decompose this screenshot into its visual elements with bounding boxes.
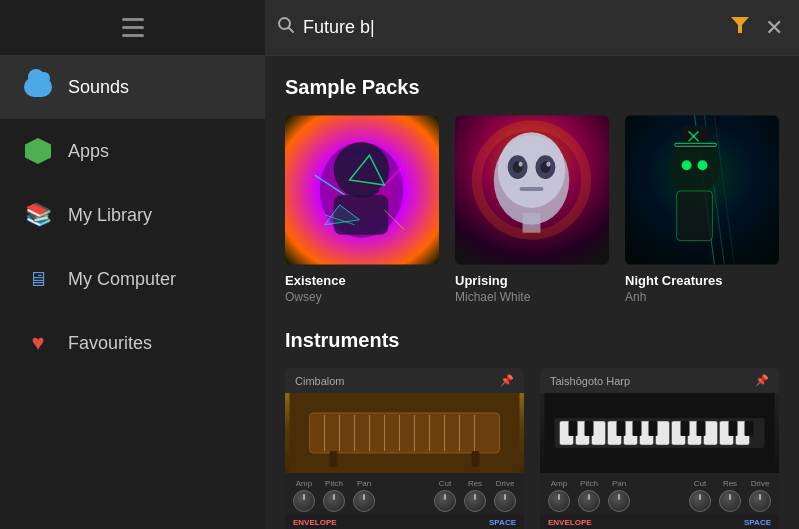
pack-image-uprising — [455, 115, 609, 265]
pack-name-nightcreatures: Night Creatures — [625, 273, 779, 290]
svg-rect-73 — [649, 421, 658, 436]
sidebar-item-sounds[interactable]: Sounds — [0, 55, 265, 119]
sidebar-item-my-computer[interactable]: 🖥 My Computer — [0, 247, 265, 311]
sample-packs-grid: Existence Owsey — [285, 115, 779, 305]
close-button[interactable]: ✕ — [761, 11, 787, 45]
pack-name-uprising: Uprising — [455, 273, 609, 290]
svg-point-20 — [519, 162, 523, 167]
instrument-card-taishogoto[interactable]: Taishōgoto Harp 📌 — [540, 368, 779, 529]
pack-image-existence — [285, 115, 439, 265]
svg-marker-2 — [731, 17, 749, 33]
instrument-card-cimbalom[interactable]: Cimbalom 📌 — [285, 368, 524, 529]
svg-rect-76 — [729, 421, 738, 436]
filter-button[interactable] — [727, 13, 753, 42]
svg-rect-22 — [520, 187, 544, 191]
sidebar-label-favourites: Favourites — [68, 333, 152, 354]
cimbalom-pin-icon: 📌 — [500, 374, 514, 387]
svg-point-5 — [334, 142, 390, 198]
content-area: Sample Packs — [265, 56, 799, 529]
svg-rect-70 — [585, 421, 594, 436]
svg-line-1 — [289, 28, 294, 33]
cimbalom-name: Cimbalom — [295, 375, 345, 387]
search-icon — [277, 16, 295, 39]
search-input[interactable] — [303, 17, 719, 38]
books-icon: 📚 — [24, 201, 52, 229]
svg-rect-77 — [745, 421, 754, 436]
cimbalom-header: Cimbalom 📌 — [285, 368, 524, 393]
svg-point-34 — [698, 160, 708, 170]
svg-rect-72 — [633, 421, 642, 436]
instruments-grid: Cimbalom 📌 — [285, 368, 779, 529]
pack-image-nightcreatures — [625, 115, 779, 265]
sidebar-header — [0, 8, 265, 55]
sidebar-label-my-computer: My Computer — [68, 269, 176, 290]
pack-card-nightcreatures[interactable]: Night Creatures Anh — [625, 115, 779, 305]
hamburger-menu[interactable] — [122, 18, 144, 37]
cimbalom-image — [285, 393, 524, 473]
svg-rect-37 — [677, 191, 713, 241]
instruments-title: Instruments — [285, 329, 779, 352]
svg-rect-66 — [704, 421, 718, 445]
svg-rect-69 — [569, 421, 578, 436]
svg-rect-74 — [681, 421, 690, 436]
svg-rect-40 — [310, 413, 500, 453]
pack-artist-nightcreatures: Anh — [625, 290, 779, 306]
svg-rect-63 — [656, 421, 670, 445]
svg-rect-54 — [472, 451, 480, 467]
svg-rect-31 — [683, 125, 709, 147]
sidebar-label-sounds: Sounds — [68, 77, 129, 98]
svg-rect-59 — [592, 421, 606, 445]
svg-point-33 — [682, 160, 692, 170]
pack-name-existence: Existence — [285, 273, 439, 290]
svg-rect-53 — [330, 451, 338, 467]
pack-card-existence[interactable]: Existence Owsey — [285, 115, 439, 305]
pack-artist-uprising: Michael White — [455, 290, 609, 306]
sample-packs-title: Sample Packs — [285, 76, 779, 99]
taishogoto-image — [540, 393, 779, 473]
sidebar-label-my-library: My Library — [68, 205, 152, 226]
taishogoto-name: Taishōgoto Harp — [550, 375, 630, 387]
svg-point-15 — [498, 132, 566, 208]
search-bar: ✕ — [265, 0, 799, 56]
heart-icon: ♥ — [24, 329, 52, 357]
sidebar-item-my-library[interactable]: 📚 My Library — [0, 183, 265, 247]
svg-rect-71 — [617, 421, 626, 436]
sidebar-item-apps[interactable]: Apps — [0, 119, 265, 183]
computer-icon: 🖥 — [24, 265, 52, 293]
taishogoto-header: Taishōgoto Harp 📌 — [540, 368, 779, 393]
sidebar-label-apps: Apps — [68, 141, 109, 162]
sidebar: Sounds Apps 📚 My Library 🖥 My Computer ♥… — [0, 0, 265, 529]
svg-rect-75 — [697, 421, 706, 436]
svg-point-21 — [546, 162, 550, 167]
pack-artist-existence: Owsey — [285, 290, 439, 306]
taishogoto-pin-icon: 📌 — [755, 374, 769, 387]
main-panel: ✕ Sample Packs — [265, 0, 799, 529]
pack-card-uprising[interactable]: Uprising Michael White — [455, 115, 609, 305]
sidebar-item-favourites[interactable]: ♥ Favourites — [0, 311, 265, 375]
hexagon-icon — [24, 137, 52, 165]
cloud-icon — [24, 73, 52, 101]
